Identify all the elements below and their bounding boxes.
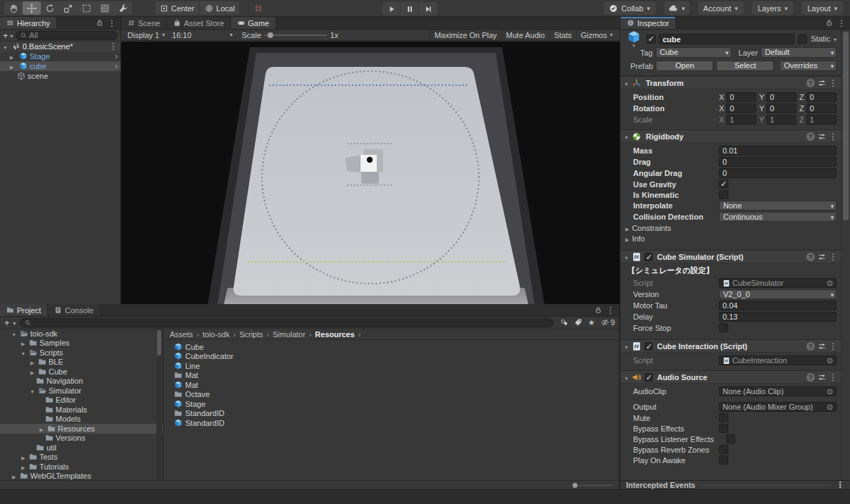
asset-item[interactable]: Mat [164,371,619,381]
bypass-listener-checkbox[interactable] [726,434,735,443]
tree-item-tutorials[interactable]: Tutorials [0,462,163,472]
active-checkbox[interactable] [646,34,656,44]
foldout-icon[interactable] [29,386,36,395]
grid-snap-button[interactable] [249,4,268,13]
tree-item-toio-sdk[interactable]: toio-sdk [0,329,163,339]
script-object-field[interactable]: CubeSimulator [719,278,837,288]
play-on-awake-checkbox[interactable] [719,455,728,465]
asset-zoom-slider[interactable] [573,483,613,488]
breadcrumb-toio-sdk[interactable]: toio-sdk [203,330,230,339]
mass-field[interactable]: 0.01 [719,146,837,156]
component-enabled-checkbox[interactable] [644,253,653,261]
layers-dropdown[interactable]: Layers [752,1,794,15]
tree-item-resources[interactable]: Resources [0,424,163,434]
script-object-field[interactable]: CubeInteraction [719,355,837,365]
tab-scene[interactable]: Scene [121,17,167,29]
inspector-scrollbar-thumb[interactable] [843,32,849,220]
kebab-menu-icon[interactable] [108,18,116,28]
asset-item[interactable]: Mat [164,380,619,390]
tab-console[interactable]: Console [48,304,100,316]
object-picker-icon[interactable] [827,356,833,365]
favorites-star-icon[interactable]: ★ [588,318,595,327]
presets-icon[interactable] [818,132,826,141]
help-icon[interactable]: ? [806,132,815,141]
constraints-foldout[interactable]: Constraints [620,222,841,233]
static-checkbox[interactable] [798,34,807,44]
prefab-open-button[interactable]: Open [656,61,713,71]
kebab-menu-icon[interactable] [829,252,837,262]
object-picker-icon[interactable] [827,387,833,396]
hierarchy-item-stage[interactable]: Stage [0,51,120,61]
tree-item-util[interactable]: util [0,443,163,453]
force-stop-checkbox[interactable] [719,323,728,332]
tree-item-versions[interactable]: Versions [0,434,163,443]
output-object-field[interactable]: None (Audio Mixer Group) [719,402,837,412]
prefab-select-button[interactable]: Select [716,61,774,71]
presets-icon[interactable] [818,373,826,382]
rigidbody-header[interactable]: Rigidbody ? [620,130,841,143]
tab-inspector[interactable]: Inspector [620,17,676,29]
tree-item-materials[interactable]: Materials [0,405,163,415]
hierarchy-item-cube[interactable]: cube [0,61,120,71]
presets-icon[interactable] [818,79,826,87]
tree-item-navigation[interactable]: Navigation [0,377,163,386]
lock-icon[interactable] [96,19,104,27]
scale-x-field[interactable]: 1 [726,115,756,125]
breadcrumb-scripts[interactable]: Scripts [239,330,263,339]
foldout-icon[interactable] [10,62,17,70]
foldout-icon[interactable] [10,52,17,61]
asset-item[interactable]: Octave [164,390,619,400]
delay-field[interactable]: 0.13 [719,312,837,322]
foldout-icon[interactable] [20,462,27,471]
help-icon[interactable]: ? [806,79,815,87]
foldout-icon[interactable] [29,367,36,376]
mute-checkbox[interactable] [719,413,728,422]
tab-game[interactable]: Game [231,17,276,29]
pivot-toggle-button[interactable]: Center [155,1,199,15]
help-icon[interactable]: ? [806,342,815,351]
tab-hierarchy[interactable]: Hierarchy [0,17,57,29]
breadcrumb-resources[interactable]: Resources [315,330,354,339]
scale-tool-button[interactable] [59,1,77,15]
create-button[interactable]: + [4,319,10,327]
asset-item[interactable]: StandardID [164,418,619,428]
foldout-icon[interactable] [38,424,45,433]
tree-scrollbar[interactable] [156,329,162,480]
cube-interaction-header[interactable]: Cube Interaction (Script) ? [620,339,841,353]
asset-item[interactable]: Stage [164,399,619,409]
version-dropdown[interactable]: V2_0_0 [719,289,837,299]
presets-icon[interactable] [818,342,826,351]
layer-dropdown[interactable]: Default [761,47,837,58]
icon-caret[interactable]: ▾ [632,44,635,47]
name-field[interactable]: cube [659,34,794,44]
hierarchy-search-input[interactable]: All [15,31,118,40]
is-kinematic-checkbox[interactable] [719,190,728,199]
tree-item-ble[interactable]: BLE [0,358,163,367]
overrides-dropdown[interactable]: Overrides [780,61,837,71]
bypass-reverb-checkbox[interactable] [719,445,728,454]
hand-tool-button[interactable] [4,1,23,15]
cloud-button[interactable] [664,1,689,15]
account-dropdown[interactable]: Account [698,1,744,15]
tree-item-tests[interactable]: Tests [0,453,163,462]
maximize-on-play-button[interactable]: Maximize On Play [430,30,501,41]
move-tool-button[interactable] [23,1,41,15]
tree-scrollbar-thumb[interactable] [157,330,161,355]
search-by-type-icon[interactable] [560,318,568,327]
tab-asset-store[interactable]: Asset Store [167,17,231,29]
tree-item-editor[interactable]: Editor [0,396,163,405]
rotation-x-field[interactable]: 0 [726,103,756,113]
foldout-icon[interactable] [624,132,629,141]
prefab-arrow-icon[interactable] [115,51,118,61]
kebab-menu-icon[interactable] [606,305,615,315]
breadcrumb-assets[interactable]: Assets [170,330,193,339]
tag-dropdown[interactable]: Cube [656,47,732,58]
create-caret-icon[interactable] [11,31,13,39]
foldout-icon[interactable] [624,373,629,382]
foldout-icon[interactable] [20,339,27,347]
position-x-field[interactable]: 0 [726,92,756,102]
breadcrumb-simulator[interactable]: Simulator [273,330,305,339]
transform-tool-button[interactable] [96,1,114,15]
gizmos-dropdown[interactable]: Gizmos [576,30,617,41]
tab-project[interactable]: Project [0,304,48,316]
